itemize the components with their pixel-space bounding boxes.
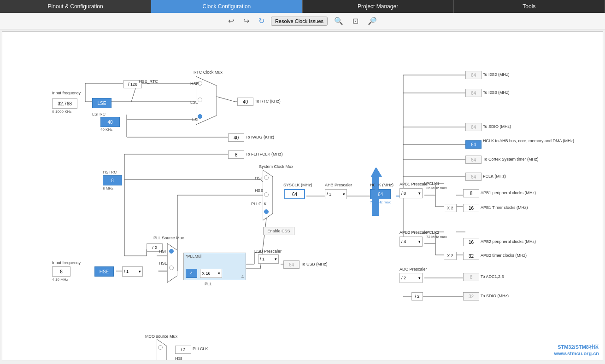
apb1-prescaler-label: APB1 Prescaler [399,182,429,186]
to-adc-value: 8 [463,273,479,281]
watermark-line1: STM32/STM8社区 [554,344,599,351]
watermark-line2: www.stmcu.org.cn [554,351,599,356]
pll-block: *PLLMul 4 X 16▾ 4 PLL [183,253,246,280]
hse-rtc-label: HSE_RTC [139,79,158,84]
pll-value: 4 [186,269,197,278]
hsi-rc-unit: 8 MHz [103,186,113,191]
sys-radio-hse[interactable] [264,192,269,197]
sysclk-label: SYSCLK (MHz) [283,183,312,187]
hse-input-label: Input frequency [52,260,81,265]
to-usb-value: 64 [283,260,300,269]
div2-sdio-block: / 2 [411,292,423,300]
apb1-timer-label: APB1 Timer clocks (MHz) [481,205,528,210]
apb2-periph-label: APB2 peripheral clocks (MHz) [481,239,536,244]
ahb-prescaler-label: AHB Prescaler [325,183,352,187]
hse-freq-range: 4-16 MHz [52,277,68,282]
mco-radio-pllclk[interactable] [158,345,163,350]
hsi-rc-label: HSI RC [103,170,117,174]
sys-hse-label: HSE [255,188,264,193]
to-i2s2-value: 64 [465,71,482,79]
ahb-prescaler-select[interactable]: / 1▾ [325,189,347,199]
sys-radio-pll[interactable] [264,209,269,214]
zoom-fit-button[interactable]: ⊡ [350,16,361,26]
lse-freq-value[interactable]: 32.768 [52,98,77,109]
apb2-timer-label: APB2 timer clocks (MHz) [481,253,527,258]
hse-block[interactable]: HSE [94,266,114,277]
apb1-timer-value: 16 [463,204,479,212]
pll-hse-label2: HSE [159,261,168,266]
pll-source-mux-label: PLL Source Mux [153,236,184,240]
lsi-rc-label: LSI RC [92,112,106,116]
resolve-clock-button[interactable]: Resolve Clock Issues [271,17,328,26]
usb-prescaler-select[interactable]: / 1▾ [258,254,279,264]
apb1-periph-label: APB1 peripheral clocks (MHz) [481,191,536,195]
lse-freq-range: 0-1000 KHz [52,110,71,114]
pll-radio-hse[interactable] [169,266,174,270]
lse-block[interactable]: LSE [92,98,112,108]
to-i2s2-label: To I2S2 (MHz) [483,72,510,77]
pll-radio-hsi[interactable] [169,249,174,254]
to-flit-value: 8 [228,150,244,159]
to-sdio-label: To SDIO (MHz) [483,124,511,129]
rtc-mux-label: RTC Clock Mux [194,70,223,75]
zoom-in-button[interactable]: 🔍 [331,16,346,26]
toolbar: ↩ ↪ ↻ Resolve Clock Issues 🔍 ⊡ 🔎 [0,13,605,29]
usb-prescaler-label: USB Prescaler [254,249,282,254]
mco-radios [158,345,163,360]
hsi-rc-value[interactable]: 8 [103,175,122,185]
pclk2-label: PCLK2 [426,230,440,235]
to-usb-label: To USB (MHz) [301,262,328,266]
pclk1-max: 36 MHz max [426,186,447,190]
blue-arrow-up [371,168,382,205]
hse-freq-value[interactable]: 8 [52,266,70,277]
undo-button[interactable]: ↩ [225,16,237,26]
lse-input-label: Input frequency [52,91,81,95]
apb1-periph-value: 8 [463,189,479,197]
apb2-prescaler-label: APB2 Prescaler [399,230,429,235]
sys-mux-radios [264,175,269,214]
rtc-radio-lse[interactable] [198,98,202,102]
tab-tools[interactable]: Tools [454,0,605,13]
pll-source-radios [169,249,174,270]
to-rtc-label: To RTC (KHz) [255,99,281,104]
to-sdio-div2-label: To SDIO (MHz) [481,294,509,298]
x2-apb1-block: X 2 [444,204,457,212]
x2-apb2-block: X 2 [444,252,457,260]
apb2-prescaler-select[interactable]: / 4▾ [399,237,423,247]
pll-hsi-label: HSI [159,249,166,254]
svg-marker-74 [371,168,382,177]
cortex-timer-label: To Cortex System timer (MHz) [483,157,539,162]
pll-x16-select[interactable]: X 16▾ [200,269,222,278]
mco-hsi-label: HSI [175,356,182,360]
to-iwdg-value: 40 [228,133,244,142]
redo-button[interactable]: ↪ [241,16,252,26]
mco-source-mux-label: MCO source Mux [145,334,177,339]
tab-clock[interactable]: Clock Configuration [151,0,302,13]
lsi-rc-value[interactable]: 40 [100,117,120,127]
sys-clk-mux-label: System Clock Mux [259,164,294,169]
pllclk-div2-block: / 2 [175,346,191,354]
hse-div1-select[interactable]: / 1▾ [122,266,143,277]
sys-radio-hsi[interactable] [264,175,269,180]
sys-pllclk-label: PLLCLK [251,202,267,206]
pclk1-label: PCLK1 [426,181,440,186]
to-i2s3-label: To I2S3 (MHz) [483,90,510,95]
tab-project[interactable]: Project Manager [303,0,454,13]
rtc-mux-radios [198,81,202,119]
pclk2-max: 72 MHz max [426,235,447,239]
enable-css-button[interactable]: Enable CSS [263,227,294,235]
rtc-hse-label: HSE [190,81,199,86]
apb1-prescaler-select[interactable]: / 8▾ [399,188,423,198]
lsi-rc-unit: 40 KHz [100,127,112,132]
zoom-out-button[interactable]: 🔎 [365,16,380,26]
refresh-button[interactable]: ↻ [256,16,267,26]
apb2-timer-value: 32 [463,252,479,260]
apb2-periph-value: 16 [463,238,479,246]
svg-line-1 [131,87,136,102]
fclk-label: FCLK (MHz) [483,174,506,179]
to-flit-label: To FLITFCLK (MHz) [246,152,283,156]
fclk-value: 64 [465,173,482,181]
adc-prescaler-select[interactable]: / 2▾ [399,273,423,283]
tab-pinout[interactable]: Pinout & Configuration [0,0,151,13]
to-sdio-div2-value: 32 [463,292,479,300]
